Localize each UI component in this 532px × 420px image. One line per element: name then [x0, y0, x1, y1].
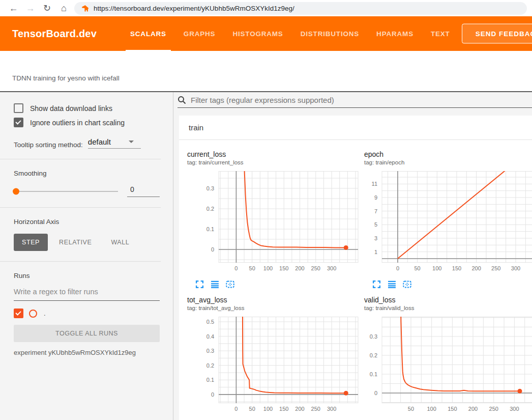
svg-text:0: 0	[211, 246, 214, 253]
svg-text:0.2: 0.2	[206, 362, 214, 369]
svg-text:0.3: 0.3	[206, 185, 214, 191]
horizontal-axis-buttons: STEP RELATIVE WALL	[14, 234, 160, 251]
url-text: https://tensorboard.dev/experiment/yKUbh…	[94, 5, 294, 12]
app-header: TensorBoard.dev SCALARSGRAPHSHISTOGRAMSD…	[0, 16, 532, 51]
chart-actions	[372, 280, 532, 289]
svg-text:250: 250	[491, 265, 500, 271]
tab-histograms[interactable]: HISTOGRAMS	[232, 16, 283, 51]
tab-scalars[interactable]: SCALARS	[130, 16, 166, 51]
tooltip-sorting-select[interactable]: default	[88, 137, 141, 149]
chart-tag: tag: train/valid_loss	[364, 304, 532, 312]
svg-text:100: 100	[263, 406, 273, 412]
checkbox-checked-icon[interactable]	[14, 118, 23, 127]
toggle-all-runs-button[interactable]: TOGGLE ALL RUNS	[14, 325, 160, 342]
smoothing-value-input[interactable]: 0	[127, 185, 160, 197]
checkbox-label: Ignore outliers in chart scaling	[30, 119, 125, 127]
svg-text:0.3: 0.3	[370, 333, 377, 340]
charts-grid: current_losstag: train/current_loss05010…	[179, 140, 532, 420]
content: Show data download links Ignore outliers…	[0, 92, 532, 420]
svg-text:0.2: 0.2	[370, 352, 377, 358]
slider-thumb[interactable]	[13, 188, 19, 194]
browser-reload-icon[interactable]: ↻	[39, 0, 55, 16]
tensorboard-favicon-icon	[81, 5, 89, 12]
svg-text:150: 150	[279, 265, 288, 271]
svg-text:0: 0	[234, 265, 238, 271]
runs-filter-input[interactable]: Write a regex to filter runs	[14, 288, 160, 301]
svg-text:0.1: 0.1	[206, 377, 214, 383]
chart-plot[interactable]: 0501001502002503001357911	[364, 171, 532, 276]
svg-text:0: 0	[374, 390, 377, 396]
chart-tag: tag: train/tot_avg_loss	[187, 304, 364, 312]
fullscreen-icon[interactable]	[372, 280, 381, 289]
chevron-down-icon	[129, 141, 134, 143]
svg-text:7: 7	[374, 208, 377, 214]
chart-title: valid_loss	[364, 295, 532, 304]
run-color-swatch	[29, 310, 37, 318]
send-feedback-button[interactable]: SEND FEEDBACK	[462, 24, 532, 44]
svg-text:300: 300	[327, 406, 336, 412]
address-bar[interactable]: https://tensorboard.dev/experiment/yKUbh…	[74, 2, 527, 15]
chart-title: current_loss	[187, 150, 364, 159]
smoothing-label: Smoothing	[14, 170, 160, 177]
run-item[interactable]: .	[14, 309, 160, 318]
filter-tags-input[interactable]: Filter tags (regular expressions support…	[191, 96, 334, 104]
filter-tags-row: Filter tags (regular expressions support…	[178, 96, 532, 108]
fullscreen-icon[interactable]	[195, 280, 204, 289]
browser-back-icon[interactable]: ←	[5, 0, 22, 16]
svg-text:250: 250	[311, 265, 320, 271]
svg-text:50: 50	[249, 406, 255, 412]
svg-text:100: 100	[432, 265, 441, 271]
series-end-dot	[517, 389, 522, 394]
fit-domain-icon[interactable]	[226, 280, 234, 289]
smoothing-slider-row: 0	[14, 185, 160, 197]
svg-text:0: 0	[211, 391, 214, 398]
smoothing-slider[interactable]	[14, 191, 118, 192]
divider	[0, 159, 161, 159]
tooltip-sorting-value: default	[88, 137, 111, 146]
tab-hparams[interactable]: HPARAMS	[376, 16, 413, 51]
svg-text:0: 0	[234, 406, 238, 412]
fit-domain-icon[interactable]	[403, 280, 411, 289]
tooltip-sorting-label: Tooltip sorting method:	[14, 141, 83, 149]
page: ← → ↻ ⌂ https://tensorboard.dev/experime…	[0, 0, 532, 420]
chart-plot[interactable]: 05010015020025030000.10.20.3	[187, 171, 360, 276]
tab-text[interactable]: TEXT	[431, 16, 450, 51]
svg-text:200: 200	[468, 406, 478, 412]
run-checkbox[interactable]	[14, 309, 23, 318]
svg-text:9: 9	[374, 194, 377, 201]
wall-button[interactable]: WALL	[103, 234, 137, 251]
svg-text:200: 200	[295, 406, 304, 412]
chart-plot[interactable]: 5010015020025030000.10.20.3	[364, 317, 532, 416]
step-button[interactable]: STEP	[14, 234, 48, 251]
log-scale-icon[interactable]	[388, 280, 396, 289]
browser-home-icon[interactable]: ⌂	[55, 0, 72, 16]
runs-label: Runs	[14, 272, 160, 279]
chart-actions	[195, 280, 364, 289]
svg-text:150: 150	[448, 406, 457, 412]
svg-text:1: 1	[374, 249, 377, 255]
series-end-dot	[344, 391, 348, 396]
relative-button[interactable]: RELATIVE	[51, 234, 100, 251]
chart-title: epoch	[364, 150, 532, 159]
nav-tabs: SCALARSGRAPHSHISTOGRAMSDISTRIBUTIONSHPAR…	[130, 16, 450, 51]
svg-text:50: 50	[414, 265, 420, 271]
browser-forward-icon[interactable]: →	[22, 0, 39, 16]
show-download-links-checkbox[interactable]: Show data download links	[14, 103, 160, 113]
ignore-outliers-checkbox[interactable]: Ignore outliers in chart scaling	[14, 118, 160, 127]
series-line	[243, 317, 346, 393]
chart-tag: tag: train/current_loss	[187, 159, 364, 166]
log-scale-icon[interactable]	[211, 280, 219, 289]
section-train-header[interactable]: train	[179, 116, 532, 140]
checkbox-unchecked-icon[interactable]	[14, 103, 23, 113]
tab-distributions[interactable]: DISTRIBUTIONS	[301, 16, 359, 51]
search-icon	[178, 96, 186, 104]
divider	[0, 261, 161, 262]
svg-text:100: 100	[427, 406, 436, 412]
tab-graphs[interactable]: GRAPHS	[184, 16, 216, 51]
svg-text:100: 100	[263, 265, 273, 271]
svg-text:200: 200	[295, 265, 304, 271]
chart-plot[interactable]: 05010015020025030000.10.20.30.40.5	[187, 317, 360, 416]
run-name: .	[44, 310, 46, 317]
chart-current_loss: current_losstag: train/current_loss05010…	[187, 145, 364, 291]
svg-text:50: 50	[249, 265, 255, 271]
